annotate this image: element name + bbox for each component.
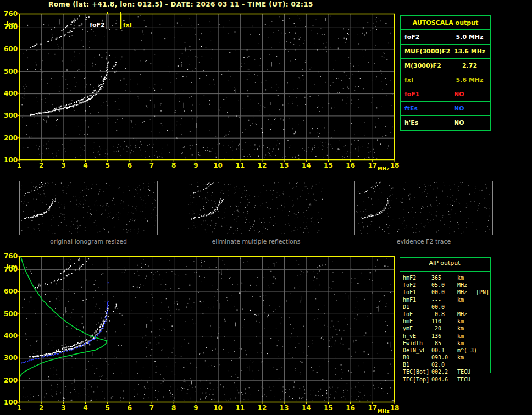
marker-layer: foF2fxI	[90, 12, 132, 29]
x-tick-label: 6	[121, 162, 138, 169]
aip-table-rows: hmF2365kmfoF205.0MHzfoF100.0MHz[PN]hmF1-…	[403, 274, 496, 383]
y-tick-label: 600	[1, 287, 18, 295]
autoscala-table-header: AUTOSCALA output	[401, 16, 490, 30]
x-axis-unit-label: MHz	[378, 407, 390, 415]
blue-isolated-dot	[108, 282, 109, 283]
x-tick-label: 16	[342, 162, 359, 169]
aip-param-label: foE	[403, 311, 413, 318]
y-tick-label: 760	[1, 252, 18, 260]
thumbnail-caption-eliminate: eliminate multiple reflections	[185, 238, 328, 245]
thumbnail-evidence-f2	[354, 181, 493, 235]
autoscala-row-muf3000f2: MUF(3000)F213.6 MHz	[401, 44, 490, 59]
aip-row-yme: ymE 20km	[403, 325, 496, 332]
x-tick-label: 3	[55, 162, 71, 169]
aip-param-value: 85	[431, 340, 441, 347]
y-tick-label: 300	[1, 112, 18, 119]
thumbnail-original-svg	[20, 181, 157, 235]
x-tick-label: 7	[143, 404, 160, 412]
x-tick-label: 6	[121, 404, 138, 412]
aip-row-b0: B0093.0km	[403, 354, 496, 361]
aip-param-label: TEC[Top]	[403, 376, 429, 383]
aip-row-foe: foE 0.8MHz	[403, 311, 496, 318]
x-tick-label: 5	[99, 404, 116, 412]
y-tick-label: 500	[1, 310, 18, 318]
autoscala-param-value: 5.6 MHz	[448, 73, 491, 87]
x-tick-label: 13	[276, 162, 292, 169]
x-axis-unit-label: MHz	[378, 165, 390, 173]
x-tick-label: 4	[77, 162, 94, 169]
aip-param-label: h_vE	[403, 333, 416, 340]
thumb-trace-o	[191, 198, 221, 219]
autoscala-param-label: fxI	[404, 73, 413, 87]
thumb-noise-layer	[20, 182, 157, 234]
autoscala-param-value: 13.6 MHz	[448, 44, 491, 58]
aip-row-ewidth: Ewidth 85km	[403, 340, 496, 347]
aip-param-value: 136	[431, 333, 441, 340]
y-tick-label: 600	[1, 45, 18, 53]
aip-row-hmf2: hmF2365km	[403, 274, 496, 281]
y-tick-label: 300	[1, 354, 18, 362]
profile-plot-bottom	[19, 256, 395, 402]
aip-param-unit: MHz	[457, 289, 467, 296]
x-tick-label: 1	[11, 404, 27, 412]
aip-param-label: hmF2	[403, 274, 416, 281]
aip-param-unit: km	[457, 325, 464, 332]
aip-param-label: foF2	[403, 281, 416, 289]
x-tick-label: 8	[165, 162, 182, 169]
x-tick-label: 9	[187, 404, 204, 412]
aip-row-hmf1: hmF1---km	[403, 296, 496, 303]
thumb-trace-hop2-x	[207, 182, 210, 185]
x-tick-label: 10	[210, 404, 226, 412]
y-tick-label: 200	[1, 134, 18, 142]
aip-table-header: AIP output	[400, 259, 490, 267]
noise-layer	[22, 15, 393, 159]
aip-param-value: 002.2	[431, 368, 448, 375]
autoscala-row-fxi: fxI5.6 MHz	[401, 73, 490, 87]
aip-param-label: TEC[Bot]	[403, 368, 429, 375]
autoscala-param-value: NO	[448, 87, 491, 101]
thumb-trace-x	[33, 198, 56, 217]
y-axis-unit-label: km	[1, 263, 18, 271]
aip-row-fof2: foF205.0MHz	[403, 281, 496, 289]
thumb-noise-layer	[356, 182, 490, 234]
axis-ticks	[18, 14, 395, 162]
y-tick-label: 500	[1, 68, 18, 75]
aip-param-value: 20	[431, 325, 441, 332]
thumbnail-eliminate-reflections	[187, 181, 325, 235]
thumb-trace-hop2-o	[193, 182, 213, 194]
autoscala-output-table: AUTOSCALA output foF25.0 MHzMUF(3000)F21…	[400, 15, 491, 131]
x-tick-label: 12	[254, 162, 270, 169]
aip-param-value: 00.0	[431, 303, 445, 311]
thumbnail-evidence-svg	[355, 181, 492, 235]
thumbnail-caption-original: original ionogram resized	[17, 238, 160, 245]
aip-param-unit: MHz	[457, 281, 467, 289]
aip-param-unit: km	[457, 318, 464, 325]
aip-row-d1: D100.0	[403, 303, 496, 311]
x-tick-label: 7	[143, 162, 160, 169]
x-tick-label: 16	[342, 404, 359, 412]
aip-param-unit: km	[457, 333, 464, 340]
x-tick-label: 11	[232, 162, 248, 169]
aip-param-label: hmF1	[403, 296, 416, 303]
trace-second-hop-x	[61, 15, 80, 31]
aip-param-label: DelN_vE	[403, 347, 426, 354]
aip-param-label: B0	[403, 354, 409, 361]
x-tick-label: 15	[320, 404, 336, 412]
aip-row-b1: B102.0	[403, 361, 496, 368]
aip-param-label: Ewidth	[403, 340, 423, 347]
aip-param-value: 365	[431, 274, 441, 281]
x-tick-label: 8	[165, 404, 182, 412]
autoscala-param-label: ftEs	[404, 101, 418, 115]
x-tick-label: 11	[232, 404, 248, 412]
x-tick-label: 5	[99, 162, 116, 169]
x-tick-label: 13	[276, 404, 292, 412]
x-tick-label: 9	[187, 162, 204, 169]
x-tick-label: 3	[55, 404, 71, 412]
trace-second-hop-x	[60, 258, 80, 274]
aip-param-label: foF1	[403, 289, 416, 296]
aip-param-value: ---	[431, 296, 441, 303]
aip-param-unit: TECU	[457, 368, 470, 375]
x-tick-label: 12	[254, 404, 270, 412]
autoscala-row-hes: h'EsNO	[401, 115, 490, 130]
thumbnail-eliminate-svg	[187, 181, 325, 235]
